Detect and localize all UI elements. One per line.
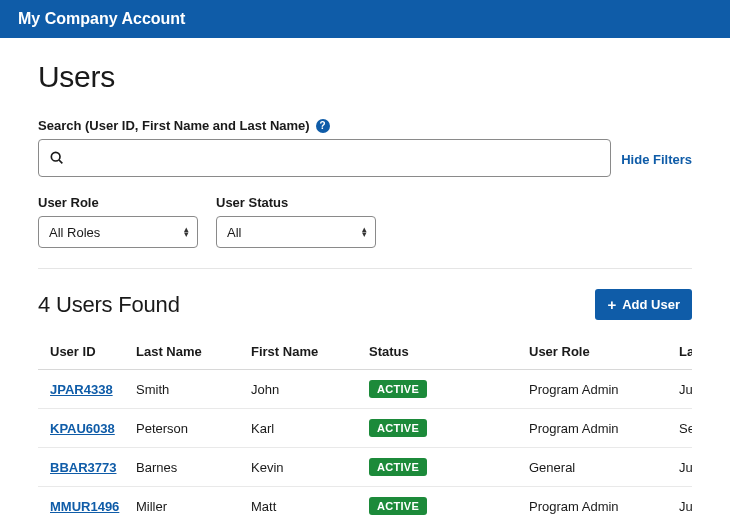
search-label-row: Search (User ID, First Name and Last Nam… [38, 118, 611, 133]
cell-user-role: Program Admin [525, 370, 675, 409]
table-row: BBAR3773BarnesKevinACTIVEGeneralJul 0 [38, 448, 692, 487]
cell-user-role: Program Admin [525, 487, 675, 516]
cell-first-name: Matt [247, 487, 365, 516]
cell-last-login: Jul 0 [675, 487, 692, 516]
table-header-row: User ID Last Name First Name Status User… [38, 334, 692, 370]
filter-role: User Role All Roles ▴▾ [38, 195, 198, 248]
user-id-link[interactable]: KPAU6038 [50, 421, 115, 436]
select-arrows-icon: ▴▾ [362, 227, 367, 237]
cell-last-name: Barnes [132, 448, 247, 487]
page-title: Users [38, 60, 692, 94]
filters-row: User Role All Roles ▴▾ User Status All ▴… [38, 195, 692, 248]
user-id-link[interactable]: JPAR4338 [50, 382, 113, 397]
search-icon [49, 150, 65, 166]
status-badge: ACTIVE [369, 419, 427, 437]
col-status[interactable]: Status [365, 334, 525, 370]
cell-first-name: Karl [247, 409, 365, 448]
hide-filters-link[interactable]: Hide Filters [621, 152, 692, 167]
help-icon[interactable]: ? [316, 119, 330, 133]
col-last-name[interactable]: Last Name [132, 334, 247, 370]
cell-last-login: Jul 0 [675, 448, 692, 487]
cell-last-login: Jul 0 [675, 370, 692, 409]
status-select[interactable]: All ▴▾ [216, 216, 376, 248]
search-row: Search (User ID, First Name and Last Nam… [38, 118, 692, 177]
user-id-link[interactable]: BBAR3773 [50, 460, 116, 475]
cell-first-name: Kevin [247, 448, 365, 487]
add-user-button[interactable]: + Add User [595, 289, 692, 320]
status-badge: ACTIVE [369, 497, 427, 515]
search-label: Search (User ID, First Name and Last Nam… [38, 118, 310, 133]
select-arrows-icon: ▴▾ [184, 227, 189, 237]
cell-user-role: Program Admin [525, 409, 675, 448]
cell-first-name: John [247, 370, 365, 409]
results-head: 4 Users Found + Add User [38, 289, 692, 320]
search-box[interactable] [38, 139, 611, 177]
app-title: My Company Account [18, 10, 185, 27]
cell-last-name: Peterson [132, 409, 247, 448]
table-row: KPAU6038PetersonKarlACTIVEProgram AdminS… [38, 409, 692, 448]
role-select-value: All Roles [49, 225, 100, 240]
results-title: 4 Users Found [38, 292, 180, 318]
status-label: User Status [216, 195, 376, 210]
users-table-wrap: User ID Last Name First Name Status User… [38, 334, 692, 515]
plus-icon: + [607, 297, 616, 312]
cell-last-name: Miller [132, 487, 247, 516]
table-row: JPAR4338SmithJohnACTIVEProgram AdminJul … [38, 370, 692, 409]
search-input[interactable] [73, 150, 600, 166]
col-user-id[interactable]: User ID [38, 334, 132, 370]
role-label: User Role [38, 195, 198, 210]
cell-last-login: Sep [675, 409, 692, 448]
role-select[interactable]: All Roles ▴▾ [38, 216, 198, 248]
svg-line-1 [59, 160, 62, 163]
status-badge: ACTIVE [369, 458, 427, 476]
col-first-name[interactable]: First Name [247, 334, 365, 370]
filter-status: User Status All ▴▾ [216, 195, 376, 248]
app-header: My Company Account [0, 0, 730, 38]
users-table: User ID Last Name First Name Status User… [38, 334, 692, 515]
search-column: Search (User ID, First Name and Last Nam… [38, 118, 611, 177]
svg-point-0 [51, 152, 60, 161]
user-id-link[interactable]: MMUR1496 [50, 499, 119, 514]
status-select-value: All [227, 225, 241, 240]
col-user-role[interactable]: User Role [525, 334, 675, 370]
col-last-login[interactable]: Last [675, 334, 692, 370]
table-row: MMUR1496MillerMattACTIVEProgram AdminJul… [38, 487, 692, 516]
add-user-label: Add User [622, 297, 680, 312]
status-badge: ACTIVE [369, 380, 427, 398]
divider [38, 268, 692, 269]
cell-last-name: Smith [132, 370, 247, 409]
cell-user-role: General [525, 448, 675, 487]
page-content: Users Search (User ID, First Name and La… [0, 38, 730, 515]
